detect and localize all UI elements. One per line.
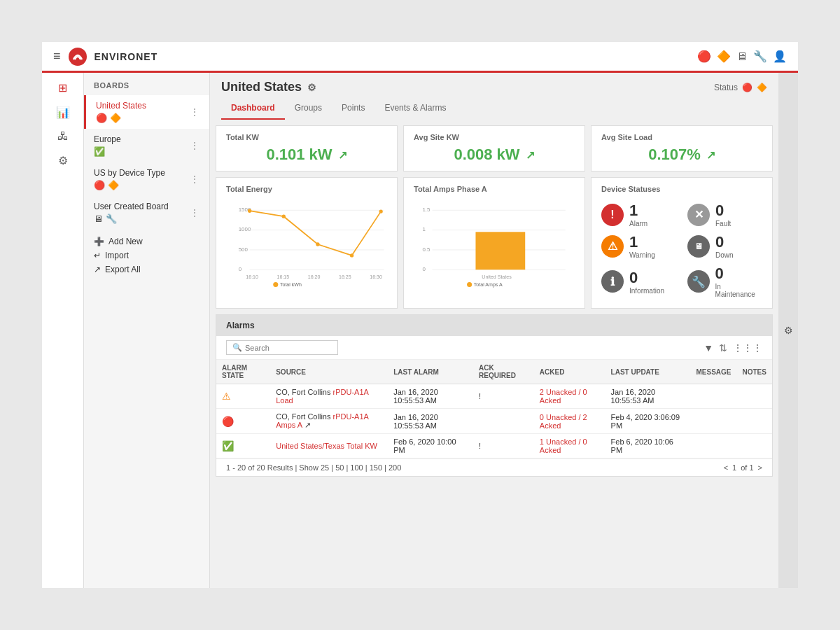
page-title: United States ⚙ — [221, 80, 316, 94]
import-action[interactable]: ↵ Import — [94, 251, 200, 260]
maintenance-label: In Maintenance — [715, 283, 762, 298]
boards-panel: BOARDS United States 🔴 🔶 ⋮ Europe ✅ — [84, 73, 210, 588]
tab-groups[interactable]: Groups — [285, 97, 332, 120]
kpi-avg-site-load-value: 0.107% ↗ — [601, 146, 762, 164]
alarm-last-update-1: Jan 16, 2020 10:55:53 AM — [606, 384, 691, 409]
nav-error-icon[interactable]: 🔴 — [697, 50, 711, 63]
export-all-action[interactable]: ↗ Export All — [94, 265, 200, 274]
alarm-last-alarm-3: Feb 6, 2020 10:00 PM — [388, 434, 473, 458]
board-item-us-device[interactable]: US by Device Type 🔴 🔶 ⋮ — [84, 162, 209, 196]
board-icons-europe: ✅ — [94, 146, 121, 157]
board-item-us[interactable]: United States 🔴 🔶 ⋮ — [84, 95, 209, 129]
warning-icon-wrap: ⚠ — [601, 235, 624, 258]
alarms-header-row: ALARM STATE SOURCE LAST ALARM ACK REQUIR… — [216, 360, 772, 384]
info-count: 0 — [629, 269, 664, 287]
settings-gear-icon[interactable]: ⚙ — [307, 82, 316, 93]
board-item-europe[interactable]: Europe ✅ ⋮ — [84, 129, 209, 162]
alarm-link-1[interactable]: rPDU-A1A Load — [276, 388, 368, 405]
content-header: United States ⚙ Status 🔴 🔶 — [210, 73, 778, 94]
sidebar-item-settings[interactable]: ⚙ — [58, 154, 68, 167]
alarm-link-2[interactable]: rPDU-A1A Amps A — [276, 412, 368, 429]
alarm-state-1: ⚠ — [216, 384, 270, 409]
svg-point-31 — [467, 282, 472, 287]
alarms-tools: ▼ ⇅ ⋮⋮⋮ — [704, 342, 762, 354]
alarm-state-2: 🔴 — [216, 409, 270, 434]
content-area: United States ⚙ Status 🔴 🔶 Dashboard Gro… — [210, 73, 778, 588]
alarm-icon: ! — [610, 209, 614, 221]
svg-point-13 — [379, 209, 383, 213]
alarm-link-3[interactable]: United States/Texas Total KW — [276, 442, 377, 450]
nav-network-icon[interactable]: 🖥 — [736, 50, 748, 63]
tab-dashboard[interactable]: Dashboard — [221, 97, 285, 120]
alarms-table: ALARM STATE SOURCE LAST ALARM ACK REQUIR… — [216, 360, 772, 458]
kpi-avg-site-load-label: Avg Site Load — [601, 133, 762, 141]
alarm-acked-link-2[interactable]: 0 Unacked / 2 Acked — [540, 413, 587, 430]
nav-user-icon[interactable]: 👤 — [773, 50, 787, 63]
right-panel-trigger[interactable]: ⚙ — [778, 73, 798, 588]
board-more-us[interactable]: ⋮ — [190, 106, 200, 118]
sort-icon[interactable]: ⇅ — [719, 342, 727, 354]
board-name-us-device: US by Device Type — [94, 168, 165, 178]
svg-point-10 — [282, 215, 286, 218]
alarms-header: Alarms — [216, 315, 772, 336]
col-message: MESSAGE — [690, 360, 736, 384]
tab-events-alarms[interactable]: Events & Alarms — [374, 97, 456, 120]
board-icons-us-device: 🔴 🔶 — [94, 180, 165, 190]
nav-warning-icon[interactable]: 🔶 — [717, 50, 731, 63]
col-acked: ACKED — [534, 360, 606, 384]
device-statuses-grid: ! 1 Alarm ✕ — [601, 199, 762, 301]
col-alarm-state: ALARM STATE — [216, 360, 270, 384]
sidebar-item-devices[interactable]: 🖧 — [57, 130, 69, 143]
boards-header: BOARDS — [84, 73, 209, 95]
alarm-last-update-2: Feb 4, 2020 3:06:09 PM — [606, 409, 691, 434]
col-notes: NOTES — [737, 360, 773, 384]
columns-icon[interactable]: ⋮⋮⋮ — [733, 342, 762, 354]
filter-icon[interactable]: ▼ — [704, 342, 713, 354]
board-icons-user-created: 🖥 🔧 — [94, 214, 169, 224]
board-more-europe[interactable]: ⋮ — [190, 140, 200, 151]
add-new-action[interactable]: ➕ Add New — [94, 237, 200, 246]
svg-text:500: 500 — [239, 246, 248, 253]
next-page-btn[interactable]: > — [758, 463, 762, 472]
chart-total-energy-title: Total Energy — [226, 185, 387, 193]
alarm-source-2: CO, Fort Collins rPDU-A1A Amps A ↗ — [270, 409, 388, 434]
status-alarm: ! 1 Alarm — [601, 202, 676, 227]
alarm-last-update-3: Feb 6, 2020 10:06 PM — [606, 434, 691, 458]
board-item-user-created[interactable]: User Created Board 🖥 🔧 ⋮ — [84, 196, 209, 230]
svg-text:16:30: 16:30 — [370, 274, 382, 279]
board-more-us-device[interactable]: ⋮ — [190, 174, 200, 185]
down-icon: 🖥 — [694, 241, 703, 251]
hamburger-menu[interactable]: ≡ — [53, 49, 61, 64]
kpi-total-kw: Total KW 0.101 kW ↗ — [216, 125, 398, 172]
status-maintenance: 🔧 0 In Maintenance — [687, 265, 762, 298]
board-more-user-created[interactable]: ⋮ — [190, 207, 200, 218]
info-icon: ℹ — [610, 275, 615, 288]
alarm-acked-link-1[interactable]: 2 Unacked / 0 Acked — [540, 388, 587, 405]
alarms-search-input[interactable] — [245, 344, 336, 352]
us-warning-icon: 🔶 — [110, 113, 121, 123]
sidebar-item-boards[interactable]: ⊞ — [58, 81, 67, 94]
prev-page-btn[interactable]: < — [724, 463, 728, 472]
alarms-search-box[interactable]: 🔍 — [226, 340, 338, 355]
alarm-ack-req-3: ! — [473, 434, 534, 458]
alarm-label: Alarm — [629, 220, 648, 227]
status-error-icon: 🔴 — [742, 83, 752, 92]
fault-label: Fault — [715, 220, 731, 227]
warning-icon: ⚠ — [608, 239, 617, 253]
device-statuses-card: Device Statuses ! 1 Alarm — [591, 177, 773, 309]
col-last-update: LAST UPDATE — [606, 360, 691, 384]
alarms-toolbar: 🔍 ▼ ⇅ ⋮⋮⋮ — [216, 336, 772, 360]
svg-text:Total kWh: Total kWh — [280, 282, 302, 287]
tab-points[interactable]: Points — [332, 97, 374, 120]
sidebar-item-analytics[interactable]: 📊 — [56, 106, 70, 119]
col-ack-required: ACK REQUIRED — [473, 360, 534, 384]
svg-text:0: 0 — [422, 266, 426, 272]
total-pages: of 1 — [741, 463, 753, 472]
alarm-acked-link-3[interactable]: 1 Unacked / 0 Acked — [540, 438, 587, 454]
down-count: 0 — [715, 233, 734, 251]
svg-text:0: 0 — [239, 266, 242, 272]
maintenance-icon: 🔧 — [692, 275, 706, 288]
nav-wrench-icon[interactable]: 🔧 — [753, 50, 767, 63]
alarm-acked-3: 1 Unacked / 0 Acked — [534, 434, 606, 458]
board-name-europe: Europe — [94, 134, 121, 144]
